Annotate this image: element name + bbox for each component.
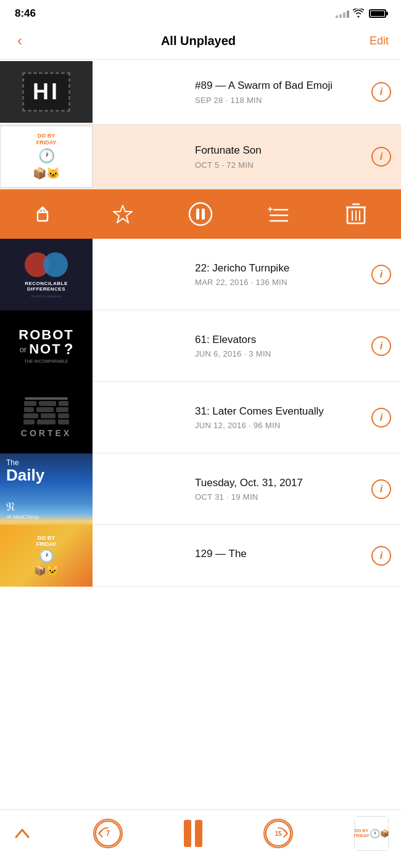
episode-item[interactable]: The Daily 𝔑 ✉ MailChimp Tuesday, Oct. 31… [0,453,401,525]
star-icon [112,203,134,225]
episode-meta: OCT 31 · 19 MIN [195,492,376,502]
episode-title: 31: Later Comes Eventually [195,405,376,418]
star-button[interactable] [84,198,162,230]
info-button[interactable]: i [371,546,391,566]
info-button[interactable]: i [371,82,391,102]
info-button[interactable]: i [371,265,391,284]
status-time: 8:46 [15,7,36,20]
chevron-up-icon [12,824,32,843]
nav-header: ‹ All Unplayed Edit [0,25,401,60]
episode-item[interactable]: HI #89 — A Swarm of Bad Emoji SEP 28 · 1… [0,60,401,125]
play-pause-button[interactable] [184,820,202,847]
pause-bar-left [184,820,191,847]
episode-artwork: HI [0,61,93,123]
svg-text:7: 7 [106,829,110,838]
skip-forward-icon: 15 [263,820,293,847]
delete-button[interactable] [317,198,395,230]
artwork-label: CORTEX [21,428,72,438]
episode-title: #89 — A Swarm of Bad Emoji [195,79,376,93]
episode-item[interactable]: RECONCILABLEDIFFERENCES A work in progre… [0,239,401,310]
svg-rect-3 [196,209,199,220]
queue-button[interactable]: + [239,198,317,230]
episode-meta: JUN 6, 2016 · 3 MIN [195,349,376,358]
incomparable-tag: THE INCOMPARABLE [24,359,68,363]
info-button[interactable]: i [371,336,391,356]
episode-meta: OCT 5 · 72 MIN [195,160,376,170]
signal-icon [336,9,349,18]
svg-text:+: + [268,204,273,214]
status-bar: 8:46 [0,0,401,25]
episode-content: 129 — The [93,525,401,587]
player-bar: 7 15 DO BYFRIDAY 🕐 📦 [0,809,401,868]
episode-item[interactable]: CORTEX 31: Later Comes Eventually JUN 12… [0,382,401,453]
share-button[interactable] [6,198,84,230]
episode-item[interactable]: ROBOT or NOT ? THE INCOMPARABLE 61: Elev… [0,310,401,382]
episode-artwork: ROBOT or NOT ? THE INCOMPARABLE [0,310,93,382]
skip-back-button[interactable]: 7 [93,819,123,848]
info-button[interactable]: i [371,147,391,167]
share-icon [35,204,56,225]
episode-artwork: CORTEX [0,382,93,453]
episode-artwork: DO BY FRIDAY 🕐 📦🐱 [0,126,93,188]
episode-content: Fortunate Son OCT 5 · 72 MIN [93,126,401,188]
svg-point-2 [189,203,212,225]
queue-icon: + [267,204,290,225]
player-artwork[interactable]: DO BYFRIDAY 🕐 📦 [354,816,389,851]
status-icons [336,9,386,19]
svg-rect-0 [38,212,48,221]
episode-content: #89 — A Swarm of Bad Emoji SEP 28 · 118 … [93,61,401,123]
edit-button[interactable]: Edit [370,35,389,48]
svg-marker-1 [114,205,132,223]
artwork-label: RECONCILABLEDIFFERENCES [25,281,68,292]
svg-text:15: 15 [275,830,282,837]
svg-rect-4 [202,209,205,220]
pause-icon [188,202,213,226]
episode-content: Tuesday, Oct. 31, 2017 OCT 31 · 19 MIN [93,453,401,525]
skip-back-icon: 7 [93,820,123,847]
episode-item[interactable]: DO BY FRIDAY 🕐 📦🐱 Fortunate Son OCT 5 · … [0,125,401,189]
episode-content: 61: Elevators JUN 6, 2016 · 3 MIN [93,310,401,382]
episode-artwork: DO BY FRIDAY 🕐 📦🐱 [0,525,93,587]
artwork-label: HI [33,79,60,105]
episode-title: 61: Elevators [195,333,376,347]
episode-title: Fortunate Son [195,144,376,157]
pause-button[interactable] [162,198,239,230]
episode-meta: MAR 22, 2016 · 136 MIN [195,278,376,287]
episode-meta: SEP 28 · 118 MIN [195,96,376,105]
episode-title: 129 — The [195,547,376,561]
episode-content: 31: Later Comes Eventually JUN 12, 2016 … [93,382,401,453]
collapse-button[interactable] [12,824,32,843]
info-button[interactable]: i [371,479,391,499]
back-button[interactable]: ‹ [12,30,27,52]
episode-artwork: RECONCILABLEDIFFERENCES A work in progre… [0,239,93,310]
episode-meta: JUN 12, 2016 · 96 MIN [195,421,376,430]
episode-artwork: The Daily 𝔑 ✉ MailChimp [0,453,93,525]
page-title: All Unplayed [161,34,236,48]
pause-bar-right [195,820,202,847]
skip-forward-button[interactable]: 15 [263,819,293,848]
episode-title: Tuesday, Oct. 31, 2017 [195,476,376,490]
wifi-icon [353,9,364,19]
info-button[interactable]: i [371,408,391,428]
episode-item[interactable]: DO BY FRIDAY 🕐 📦🐱 129 — The i [0,525,401,587]
battery-icon [369,9,386,18]
action-bar: + [0,189,401,239]
episode-title: 22: Jericho Turnpike [195,262,376,275]
trash-icon [346,203,366,225]
episode-content: 22: Jericho Turnpike MAR 22, 2016 · 136 … [93,239,401,310]
episode-list: HI #89 — A Swarm of Bad Emoji SEP 28 · 1… [0,60,401,587]
